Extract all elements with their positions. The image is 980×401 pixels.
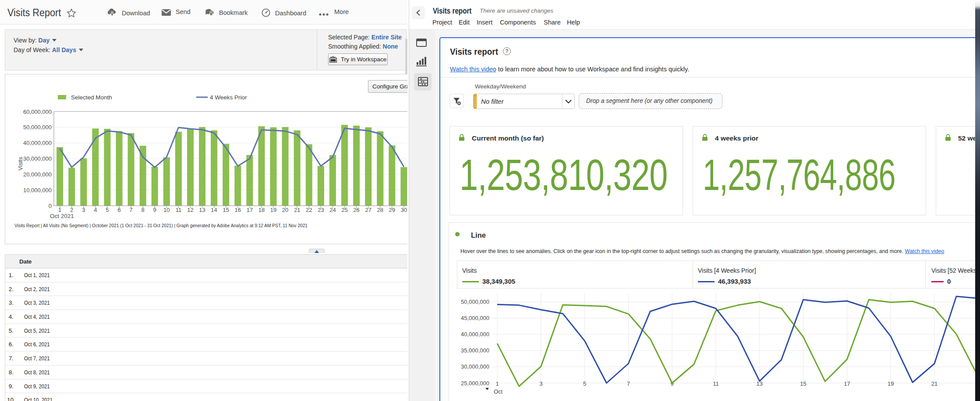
svg-text:6: 6 — [117, 207, 120, 213]
svg-text:1: 1 — [495, 380, 499, 387]
svg-text:3: 3 — [82, 207, 85, 213]
svg-text:2: 2 — [70, 207, 73, 213]
svg-text:9: 9 — [153, 207, 156, 213]
svg-text:Visits Report | All Visits (No: Visits Report | All Visits (No Segment) … — [14, 223, 308, 228]
svg-text:1: 1 — [58, 207, 61, 213]
svg-text:19: 19 — [270, 207, 276, 213]
svg-text:17: 17 — [247, 207, 253, 213]
svg-text:11: 11 — [713, 380, 719, 387]
svg-text:4 Weeks Prior: 4 Weeks Prior — [210, 94, 247, 101]
svg-text:4: 4 — [94, 207, 97, 213]
svg-text:15: 15 — [800, 380, 806, 387]
svg-text:17: 17 — [844, 380, 850, 387]
svg-text:22: 22 — [306, 207, 312, 213]
svg-text:19: 19 — [888, 380, 894, 387]
svg-text:11: 11 — [176, 207, 182, 213]
svg-text:30,000,000: 30,000,000 — [23, 155, 52, 162]
svg-text:25: 25 — [341, 207, 347, 213]
svg-text:30,000,000: 30,000,000 — [461, 363, 489, 370]
svg-text:15: 15 — [223, 207, 229, 213]
svg-text:Selected Month: Selected Month — [71, 94, 112, 101]
svg-text:40,000,000: 40,000,000 — [461, 331, 489, 338]
svg-text:12: 12 — [187, 207, 193, 213]
svg-text:21: 21 — [294, 207, 300, 213]
svg-text:50,000,000: 50,000,000 — [461, 299, 489, 305]
svg-text:Visits: Visits — [17, 157, 24, 170]
svg-text:60,000,000: 60,000,000 — [23, 109, 52, 115]
svg-text:10,000,000: 10,000,000 — [23, 187, 52, 193]
svg-text:3: 3 — [539, 380, 542, 387]
svg-text:18: 18 — [258, 207, 265, 213]
svg-text:27: 27 — [365, 207, 371, 213]
svg-text:Oct: Oct — [494, 388, 503, 395]
svg-text:8: 8 — [142, 207, 145, 213]
svg-text:13: 13 — [199, 207, 205, 213]
svg-text:10: 10 — [163, 207, 170, 213]
svg-text:25,000,000: 25,000,000 — [461, 380, 489, 387]
svg-text:7: 7 — [129, 207, 132, 213]
svg-text:Oct 2021: Oct 2021 — [50, 213, 74, 219]
svg-text:5: 5 — [106, 207, 109, 213]
svg-text:14: 14 — [211, 207, 217, 213]
svg-text:23: 23 — [318, 207, 324, 213]
svg-text:30: 30 — [401, 207, 407, 213]
svg-text:35,000,000: 35,000,000 — [461, 347, 489, 354]
svg-text:20: 20 — [282, 207, 288, 213]
svg-text:21: 21 — [931, 380, 938, 387]
svg-text:16: 16 — [235, 207, 241, 213]
svg-text:0: 0 — [49, 203, 52, 209]
svg-text:24: 24 — [329, 207, 336, 213]
svg-text:5: 5 — [583, 380, 586, 387]
svg-text:20,000,000: 20,000,000 — [23, 171, 52, 178]
svg-text:50,000,000: 50,000,000 — [23, 124, 52, 130]
svg-text:40,000,000: 40,000,000 — [23, 140, 52, 146]
svg-text:28: 28 — [377, 207, 383, 213]
svg-text:26: 26 — [353, 207, 359, 213]
svg-text:29: 29 — [389, 207, 395, 213]
svg-text:7: 7 — [627, 380, 630, 387]
svg-text:45,000,000: 45,000,000 — [461, 315, 489, 321]
